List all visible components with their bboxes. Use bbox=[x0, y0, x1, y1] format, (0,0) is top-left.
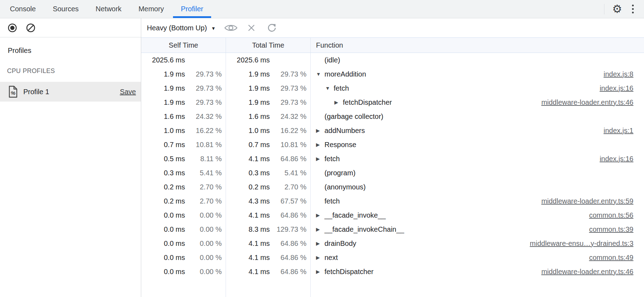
focus-selected-button[interactable] bbox=[223, 20, 238, 35]
source-link[interactable]: middleware-ensu…y-drained.ts:3 bbox=[530, 240, 644, 248]
self-time-cell: 0.2 ms2.70 % bbox=[141, 180, 226, 194]
tree-collapsed-arrow-icon[interactable]: ▶ bbox=[316, 128, 324, 133]
self-time-cell: 1.0 ms16.22 % bbox=[141, 123, 226, 138]
table-row[interactable]: 2025.6 ms2025.6 ms(idle) bbox=[141, 53, 644, 67]
function-name: fetchDispatcher bbox=[324, 268, 374, 276]
self-time-value: 1.9 ms bbox=[141, 98, 185, 107]
table-row[interactable]: 0.3 ms5.41 %0.3 ms5.41 %(program) bbox=[141, 166, 644, 180]
table-row[interactable]: 0.7 ms10.81 %0.7 ms10.81 %▶Response bbox=[141, 138, 644, 152]
table-row[interactable]: 0.2 ms2.70 %4.3 ms67.57 %fetchmiddleware… bbox=[141, 194, 644, 208]
source-link[interactable]: index.js:16 bbox=[600, 155, 644, 163]
tree-collapsed-arrow-icon[interactable]: ▶ bbox=[334, 99, 343, 105]
self-time-cell: 0.5 ms8.11 % bbox=[141, 152, 226, 166]
source-link[interactable]: index.js:16 bbox=[600, 84, 644, 92]
restore-all-button[interactable] bbox=[264, 20, 279, 35]
total-time-percent: 64.86 % bbox=[270, 211, 310, 219]
tree-collapsed-arrow-icon[interactable]: ▶ bbox=[316, 156, 324, 162]
tree-collapsed-arrow-icon[interactable]: ▶ bbox=[316, 226, 324, 232]
tree-collapsed-arrow-icon[interactable]: ▶ bbox=[316, 241, 324, 246]
table-row[interactable]: 0.0 ms0.00 %8.3 ms129.73 %▶__facade_invo… bbox=[141, 222, 644, 236]
self-time-percent: 0.00 % bbox=[185, 211, 226, 219]
table-row[interactable]: 0.0 ms0.00 %4.1 ms64.86 %▶nextcommon.ts:… bbox=[141, 250, 644, 265]
tab-sources[interactable]: Sources bbox=[44, 0, 87, 18]
tree-collapsed-arrow-icon[interactable]: ▶ bbox=[316, 212, 324, 218]
function-name: fetch bbox=[324, 197, 340, 205]
source-link[interactable]: common.ts:39 bbox=[589, 225, 644, 234]
table-row[interactable]: 1.9 ms29.73 %1.9 ms29.73 %▶fetchDispatch… bbox=[141, 95, 644, 109]
total-time-cell: 8.3 ms129.73 % bbox=[226, 222, 311, 236]
source-link[interactable]: middleware-loader.entry.ts:46 bbox=[541, 98, 644, 107]
self-time-value: 2025.6 ms bbox=[141, 56, 185, 64]
kebab-menu-icon bbox=[632, 5, 634, 13]
source-link[interactable]: index.js:1 bbox=[604, 127, 644, 135]
tree-collapsed-arrow-icon[interactable]: ▶ bbox=[316, 269, 324, 274]
save-profile-link[interactable]: Save bbox=[120, 88, 136, 96]
total-time-percent: 129.73 % bbox=[270, 225, 310, 234]
self-time-value: 0.0 ms bbox=[141, 211, 185, 219]
source-link[interactable]: common.ts:56 bbox=[589, 211, 644, 219]
self-time-percent: 0.00 % bbox=[185, 268, 226, 276]
settings-gear-button[interactable]: ⚙ bbox=[609, 1, 625, 17]
total-time-percent: 29.73 % bbox=[270, 70, 310, 78]
function-cell: ▶Response bbox=[311, 138, 644, 152]
table-row[interactable]: 0.0 ms0.00 %4.1 ms64.86 %▶fetchDispatche… bbox=[141, 265, 644, 279]
more-options-button[interactable] bbox=[625, 1, 640, 17]
total-time-percent: 67.57 % bbox=[270, 197, 310, 205]
tab-console[interactable]: Console bbox=[1, 0, 44, 18]
exclude-selected-button[interactable] bbox=[244, 20, 259, 35]
total-time-value: 1.9 ms bbox=[226, 70, 270, 78]
self-time-percent: 0.00 % bbox=[185, 225, 226, 234]
function-cell: ▶nextcommon.ts:49 bbox=[311, 250, 644, 265]
self-time-cell: 1.6 ms24.32 % bbox=[141, 109, 226, 123]
tree-expanded-arrow-icon[interactable]: ▼ bbox=[316, 71, 324, 77]
self-time-value: 0.0 ms bbox=[141, 268, 185, 276]
total-time-cell: 0.7 ms10.81 % bbox=[226, 138, 311, 152]
table-row[interactable]: 0.0 ms0.00 %4.1 ms64.86 %▶drainBodymiddl… bbox=[141, 236, 644, 250]
total-time-value: 4.1 ms bbox=[226, 240, 270, 248]
self-time-percent: 29.73 % bbox=[185, 70, 226, 78]
total-time-value: 1.9 ms bbox=[226, 98, 270, 107]
toolbar-divider bbox=[604, 4, 604, 14]
tab-memory[interactable]: Memory bbox=[130, 0, 172, 18]
total-time-percent: 24.32 % bbox=[270, 113, 310, 121]
tree-collapsed-arrow-icon[interactable]: ▶ bbox=[316, 255, 324, 260]
source-link[interactable]: middleware-loader.entry.ts:46 bbox=[541, 268, 644, 276]
self-time-percent: 8.11 % bbox=[185, 155, 226, 163]
table-row[interactable]: 1.0 ms16.22 %1.0 ms16.22 %▶addNumbersind… bbox=[141, 123, 644, 138]
profile-list-item[interactable]: % Profile 1 Save bbox=[0, 82, 141, 102]
total-time-percent: 2.70 % bbox=[270, 183, 310, 191]
table-row[interactable]: 0.2 ms2.70 %0.2 ms2.70 %(anonymous) bbox=[141, 180, 644, 194]
function-cell: ▶fetchDispatchermiddleware-loader.entry.… bbox=[311, 95, 644, 109]
tab-network[interactable]: Network bbox=[87, 0, 130, 18]
total-time-cell: 1.6 ms24.32 % bbox=[226, 109, 311, 123]
total-time-value: 1.0 ms bbox=[226, 127, 270, 135]
self-time-value: 0.5 ms bbox=[141, 155, 185, 163]
function-name: addNumbers bbox=[324, 127, 365, 135]
source-link[interactable]: common.ts:49 bbox=[589, 254, 644, 262]
record-profile-button[interactable] bbox=[5, 20, 20, 35]
table-row[interactable]: 0.5 ms8.11 %4.1 ms64.86 %▶fetchindex.js:… bbox=[141, 152, 644, 166]
function-name: fetchDispatcher bbox=[343, 98, 392, 107]
total-time-cell: 4.3 ms67.57 % bbox=[226, 194, 311, 208]
profile-name: Profile 1 bbox=[23, 88, 49, 96]
table-row[interactable]: 0.0 ms0.00 %4.1 ms64.86 %▶__facade_invok… bbox=[141, 208, 644, 222]
table-row[interactable]: 1.6 ms24.32 %1.6 ms24.32 %(garbage colle… bbox=[141, 109, 644, 123]
tree-collapsed-arrow-icon[interactable]: ▶ bbox=[316, 142, 324, 147]
table-row[interactable]: 1.9 ms29.73 %1.9 ms29.73 %▼moreAdditioni… bbox=[141, 67, 644, 81]
function-cell: (garbage collector) bbox=[311, 109, 644, 123]
total-time-value: 4.3 ms bbox=[226, 197, 270, 205]
clear-profiles-button[interactable] bbox=[23, 20, 38, 35]
self-time-value: 1.6 ms bbox=[141, 113, 185, 121]
tab-profiler[interactable]: Profiler bbox=[172, 0, 211, 18]
table-row[interactable]: 1.9 ms29.73 %1.9 ms29.73 %▼fetchindex.js… bbox=[141, 81, 644, 95]
column-header-self-time[interactable]: Self Time bbox=[141, 38, 226, 53]
self-time-percent: 5.41 % bbox=[185, 169, 226, 177]
source-link[interactable]: middleware-loader.entry.ts:59 bbox=[541, 197, 644, 205]
source-link[interactable]: index.js:8 bbox=[604, 70, 644, 78]
function-name: (program) bbox=[324, 169, 356, 177]
column-header-function[interactable]: Function bbox=[311, 38, 644, 53]
total-time-value: 0.3 ms bbox=[226, 169, 270, 177]
tree-expanded-arrow-icon[interactable]: ▼ bbox=[325, 85, 334, 91]
column-header-total-time[interactable]: Total Time bbox=[226, 38, 311, 53]
view-selector-dropdown[interactable]: Heavy (Bottom Up) ▼ bbox=[147, 24, 216, 32]
